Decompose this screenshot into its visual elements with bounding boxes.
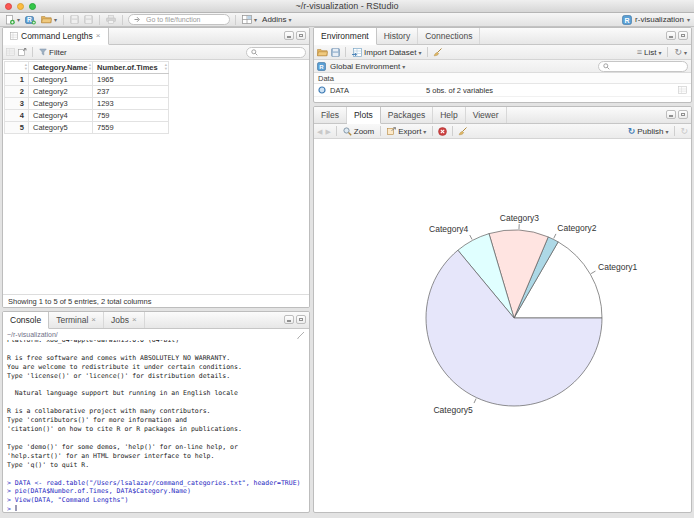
addins-button[interactable]: Addins xyxy=(261,15,292,24)
tab-jobs-label: Jobs xyxy=(111,315,129,325)
maximize-pane-icon[interactable] xyxy=(678,31,688,40)
console-line: You are welcome to redistribute it under… xyxy=(7,363,305,372)
minimize-pane-icon[interactable] xyxy=(284,31,294,40)
addins-label: Addins xyxy=(262,15,286,24)
viewer-search[interactable] xyxy=(246,47,306,58)
view-table-icon[interactable] xyxy=(678,86,687,94)
open-in-new-window-icon[interactable] xyxy=(18,48,27,56)
export-icon xyxy=(387,127,396,135)
publish-plot-button[interactable]: Publish xyxy=(627,126,670,136)
environment-object-row[interactable]: DATA5 obs. of 2 variables xyxy=(314,84,691,97)
table-row: 3Category31293 xyxy=(5,98,169,110)
search-icon xyxy=(251,49,258,56)
export-plot-button[interactable]: Export xyxy=(386,127,427,136)
environment-search[interactable] xyxy=(598,61,688,72)
text-cursor xyxy=(15,505,17,511)
tab-viewer[interactable]: Viewer xyxy=(466,107,507,123)
save-button[interactable] xyxy=(69,15,80,24)
open-folder-icon xyxy=(41,15,52,24)
console-options-icon[interactable] xyxy=(297,331,305,339)
column-header[interactable]: Number.of.Times▴▾ xyxy=(93,62,169,74)
tab-help[interactable]: Help xyxy=(433,107,465,123)
tab-terminal[interactable]: Terminal xyxy=(49,312,104,328)
working-directory-label: ~/r-visualization/ xyxy=(7,331,58,338)
tab-environment[interactable]: Environment xyxy=(314,28,377,45)
console-output[interactable]: Platform: x86_64-apple-darwin13.0.0 (64-… xyxy=(4,340,308,511)
close-tab-icon[interactable] xyxy=(91,316,96,324)
pie-label-tick xyxy=(474,399,476,404)
maximize-pane-icon[interactable] xyxy=(296,31,306,40)
save-all-icon xyxy=(84,15,93,24)
table-row: 5Category57559 xyxy=(5,122,169,134)
tab-packages[interactable]: Packages xyxy=(381,107,433,123)
list-view-button[interactable]: List xyxy=(636,47,663,57)
column-header-label: Number.of.Times xyxy=(97,63,158,72)
viewer-search-input[interactable] xyxy=(260,48,301,57)
print-button[interactable] xyxy=(105,15,117,24)
open-file-button[interactable] xyxy=(40,15,58,24)
zoom-plot-button[interactable]: Zoom xyxy=(342,127,375,136)
grid-view-icon xyxy=(6,48,15,56)
column-header[interactable]: Category.Name▴▾ xyxy=(29,62,93,74)
minimize-pane-icon[interactable] xyxy=(666,31,676,40)
tab-console-label: Console xyxy=(10,315,41,325)
data-section-header: Data xyxy=(314,73,691,84)
tab-files[interactable]: Files xyxy=(314,107,347,123)
minimize-pane-icon[interactable] xyxy=(666,110,676,119)
pie-label-category5: Category5 xyxy=(433,405,472,415)
save-workspace-icon[interactable] xyxy=(331,48,340,57)
refresh-environment-button[interactable] xyxy=(673,47,688,57)
export-label: Export xyxy=(398,127,421,136)
console-line: > View(DATA, "Command Lengths") xyxy=(7,496,305,505)
row-number-header[interactable]: ▴▾ xyxy=(5,62,29,74)
remove-plot-icon[interactable] xyxy=(438,127,447,136)
environment-toolbar: Import Dataset List xyxy=(314,45,691,60)
list-icon xyxy=(637,47,642,57)
new-project-button[interactable]: R xyxy=(24,15,37,25)
minimize-pane-icon[interactable] xyxy=(284,315,294,324)
environment-search-input[interactable] xyxy=(612,62,683,71)
clear-plots-icon[interactable] xyxy=(458,126,468,136)
new-project-icon: R xyxy=(25,15,36,25)
environment-scope-selector[interactable]: Global Environment xyxy=(329,62,406,71)
table-row: 1Category11965 xyxy=(5,74,169,86)
new-file-button[interactable] xyxy=(4,15,21,25)
workspace-panes-button[interactable] xyxy=(241,15,258,24)
previous-plot-icon[interactable] xyxy=(317,127,322,136)
tab-history[interactable]: History xyxy=(377,28,418,44)
close-tab-icon[interactable] xyxy=(96,32,101,40)
maximize-pane-icon[interactable] xyxy=(678,110,688,119)
next-plot-icon[interactable] xyxy=(325,127,330,136)
tab-terminal-label: Terminal xyxy=(56,315,88,325)
filter-button[interactable]: Filter xyxy=(38,48,68,57)
save-icon xyxy=(70,15,79,24)
tab-jobs[interactable]: Jobs xyxy=(104,312,145,328)
maximize-pane-icon[interactable] xyxy=(296,315,306,324)
pie-label-tick xyxy=(470,235,472,239)
import-dataset-button[interactable]: Import Dataset xyxy=(351,48,422,57)
refresh-plot-icon[interactable] xyxy=(680,126,688,136)
console-line: R is a collaborative project with many c… xyxy=(7,407,305,416)
close-tab-icon[interactable] xyxy=(132,316,137,324)
console-prompt[interactable]: > xyxy=(7,505,305,511)
zoom-label: Zoom xyxy=(354,127,374,136)
project-r-icon: R xyxy=(622,15,632,25)
table-header-row: ▴▾Category.Name▴▾Number.of.Times▴▾ xyxy=(5,62,169,74)
goto-file-search[interactable] xyxy=(128,14,230,25)
plots-tabbar: FilesPlotsPackagesHelpViewer xyxy=(314,107,691,124)
tab-command-lengths[interactable]: Command Lengths xyxy=(3,28,109,45)
import-dataset-icon xyxy=(352,48,362,57)
console-line xyxy=(7,381,305,390)
clear-environment-icon[interactable] xyxy=(433,47,443,57)
tab-plots[interactable]: Plots xyxy=(347,107,381,124)
table-status-text: Showing 1 to 5 of 5 entries, 2 total col… xyxy=(3,294,309,307)
save-all-button[interactable] xyxy=(83,15,94,24)
console-line: > pie(DATA$Number.of.Times, DATA$Categor… xyxy=(7,487,305,496)
goto-file-input[interactable] xyxy=(144,15,224,24)
object-name: DATA xyxy=(330,86,349,95)
tab-console[interactable]: Console xyxy=(3,312,49,329)
tab-connections[interactable]: Connections xyxy=(418,28,480,44)
load-workspace-icon[interactable] xyxy=(317,48,328,57)
project-selector[interactable]: R r-visualization xyxy=(622,15,690,25)
data-viewer-toolbar: Filter xyxy=(3,45,309,60)
